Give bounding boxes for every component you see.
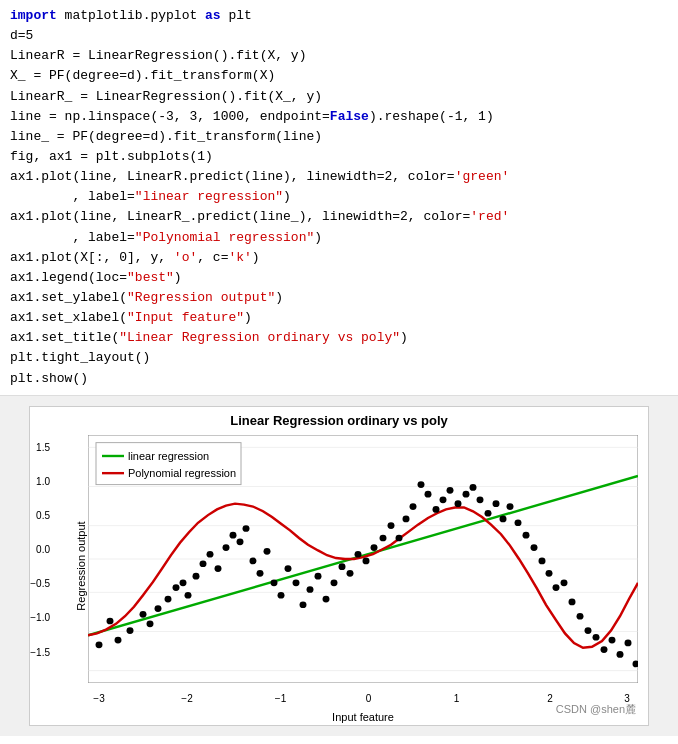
- scatter-point: [347, 570, 354, 577]
- scatter-point: [577, 613, 584, 620]
- scatter-point: [300, 601, 307, 608]
- scatter-point: [585, 627, 592, 634]
- code-line-6: line = np.linspace(-3, 3, 1000, endpoint…: [10, 107, 668, 127]
- xtick-neg3: −3: [93, 693, 104, 704]
- plot-title: Linear Regression ordinary vs poly: [30, 407, 648, 428]
- scatter-point: [173, 584, 180, 591]
- ytick-neg1.0: −1.0: [30, 612, 50, 623]
- scatter-point: [127, 627, 134, 634]
- code-line-19: plt.show(): [10, 369, 668, 389]
- code-line-10: , label="linear regression"): [10, 187, 668, 207]
- ytick-0.0: 0.0: [36, 544, 50, 555]
- svg-text:Polynomial regression: Polynomial regression: [128, 467, 236, 479]
- scatter-point: [507, 503, 514, 510]
- code-line-9: ax1.plot(line, LinearR.predict(line), li…: [10, 167, 668, 187]
- scatter-point: [331, 579, 338, 586]
- ytick-0.5: 0.5: [36, 510, 50, 521]
- scatter-point: [107, 617, 114, 624]
- scatter-point: [515, 519, 522, 526]
- plot-container: Linear Regression ordinary vs poly Regre…: [29, 406, 649, 726]
- scatter-point: [523, 531, 530, 538]
- code-line-11: ax1.plot(line, LinearR_.predict(line_), …: [10, 207, 668, 227]
- scatter-point: [553, 584, 560, 591]
- scatter-point: [237, 538, 244, 545]
- code-block: import matplotlib.pyplot as plt d=5 Line…: [0, 0, 678, 396]
- ytick-neg0.5: −0.5: [30, 578, 50, 589]
- scatter-point: [396, 534, 403, 541]
- scatter-point: [593, 634, 600, 641]
- plot-section: Linear Regression ordinary vs poly Regre…: [0, 396, 678, 736]
- code-line-2: d=5: [10, 26, 668, 46]
- scatter-point: [531, 544, 538, 551]
- code-line-16: ax1.set_xlabel("Input feature"): [10, 308, 668, 328]
- scatter-point: [140, 611, 147, 618]
- scatter-point: [147, 620, 154, 627]
- scatter-point: [425, 490, 432, 497]
- watermark: CSDN @shen麓: [556, 702, 636, 717]
- ytick-1.5: 1.5: [36, 442, 50, 453]
- scatter-point: [264, 548, 271, 555]
- ytick-neg1.5: −1.5: [30, 647, 50, 658]
- code-line-5: LinearR_ = LinearRegression().fit(X_, y): [10, 87, 668, 107]
- scatter-point: [485, 510, 492, 517]
- scatter-point: [609, 636, 616, 643]
- scatter-point: [339, 563, 346, 570]
- scatter-point: [355, 551, 362, 558]
- scatter-point: [230, 531, 237, 538]
- code-line-15: ax1.set_ylabel("Regression output"): [10, 288, 668, 308]
- scatter-point: [380, 534, 387, 541]
- scatter-point: [617, 651, 624, 658]
- scatter-point: [447, 487, 454, 494]
- scatter-point: [500, 515, 507, 522]
- scatter-point: [371, 544, 378, 551]
- scatter-point: [257, 570, 264, 577]
- code-line-14: ax1.legend(loc="best"): [10, 268, 668, 288]
- scatter-point: [463, 490, 470, 497]
- y-axis-label: Regression output: [75, 521, 87, 610]
- scatter-point: [440, 496, 447, 503]
- scatter-point: [410, 503, 417, 510]
- scatter-point: [477, 496, 484, 503]
- scatter-point: [433, 506, 440, 513]
- scatter-point: [278, 592, 285, 599]
- scatter-point: [193, 573, 200, 580]
- scatter-point: [200, 560, 207, 567]
- code-line-7: line_ = PF(degree=d).fit_transform(line): [10, 127, 668, 147]
- scatter-point: [96, 641, 103, 648]
- scatter-point: [271, 579, 278, 586]
- scatter-point: [493, 500, 500, 507]
- scatter-point: [155, 605, 162, 612]
- scatter-point: [307, 586, 314, 593]
- xtick-neg1: −1: [275, 693, 286, 704]
- ytick-1.0: 1.0: [36, 476, 50, 487]
- code-line-12: , label="Polynomial regression"): [10, 228, 668, 248]
- scatter-point: [180, 579, 187, 586]
- code-line-1: import matplotlib.pyplot as plt: [10, 6, 668, 26]
- xtick-0: 0: [366, 693, 372, 704]
- scatter-point: [185, 592, 192, 599]
- scatter-point: [207, 551, 214, 558]
- scatter-point: [315, 573, 322, 580]
- scatter-point: [363, 557, 370, 564]
- code-line-8: fig, ax1 = plt.subplots(1): [10, 147, 668, 167]
- scatter-point: [418, 481, 425, 488]
- plot-svg: linear regression Polynomial regression: [88, 435, 638, 683]
- scatter-point: [388, 522, 395, 529]
- scatter-point: [250, 557, 257, 564]
- xtick-1: 1: [454, 693, 460, 704]
- scatter-point: [601, 646, 608, 653]
- scatter-point: [223, 544, 230, 551]
- code-line-18: plt.tight_layout(): [10, 348, 668, 368]
- scatter-point: [403, 515, 410, 522]
- code-line-3: LinearR = LinearRegression().fit(X, y): [10, 46, 668, 66]
- scatter-point: [323, 595, 330, 602]
- scatter-point: [165, 595, 172, 602]
- scatter-point: [293, 579, 300, 586]
- xtick-2: 2: [547, 693, 553, 704]
- scatter-point: [625, 639, 632, 646]
- svg-text:linear regression: linear regression: [128, 450, 209, 462]
- code-line-4: X_ = PF(degree=d).fit_transform(X): [10, 66, 668, 86]
- scatter-point: [561, 579, 568, 586]
- xtick-neg2: −2: [181, 693, 192, 704]
- scatter-point: [215, 565, 222, 572]
